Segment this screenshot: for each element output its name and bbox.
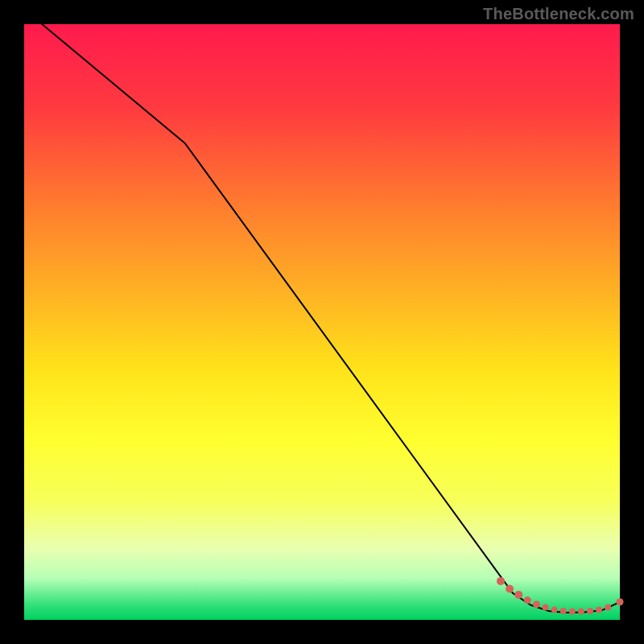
marker-dot [533,601,540,608]
marker-dot [514,591,522,599]
plot-area [24,24,620,620]
chart-svg [24,24,620,620]
chart-stage: TheBottleneck.com [0,0,644,644]
marker-dot [497,577,505,585]
marker-dot [560,608,567,614]
marker-dot [569,609,576,615]
marker-dot [587,608,593,614]
bottleneck-curve [42,24,620,613]
marker-dot [605,605,611,611]
marker-dot [506,585,514,593]
marker-dot [617,598,624,605]
marker-dot [596,606,602,613]
marker-dot [578,609,584,615]
marker-dot [524,597,531,604]
marker-dot [551,606,558,613]
watermark-label: TheBottleneck.com [483,5,634,23]
marker-dot [543,605,549,611]
